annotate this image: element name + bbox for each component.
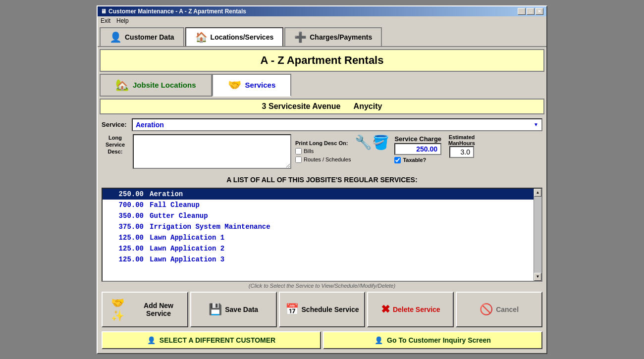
tab-row: 👤 Customer Data 🏠 Locations/Services ➕ C… xyxy=(98,25,546,47)
customer-inquiry-icon: 👤 xyxy=(375,336,383,344)
select-customer-icon: 👤 xyxy=(147,336,156,344)
taxable-row: Taxable? xyxy=(394,157,441,163)
customer-inquiry-button[interactable]: 👤 Go To Customer Inquiry Screen xyxy=(323,331,542,349)
services-list[interactable]: 250.00 Aeration 700.00 Fall Cleanup 350.… xyxy=(102,188,542,282)
address-city: Anycity xyxy=(354,102,382,110)
jobsite-icon: 🏡 xyxy=(115,79,129,92)
address-bar: 3 Servicesite Avenue Anycity xyxy=(100,99,544,114)
address-street: 3 Servicesite Avenue xyxy=(262,102,341,110)
tools-icon: 🔧🪣 xyxy=(355,134,389,151)
add-new-service-button[interactable]: 🤝✨ Add New Service xyxy=(102,292,188,327)
list-item[interactable]: 125.00 Lawn Application 1 xyxy=(103,232,541,243)
menu-help[interactable]: Help xyxy=(116,17,129,24)
save-icon: 💾 xyxy=(209,303,222,316)
customer-inquiry-label: Go To Customer Inquiry Screen xyxy=(387,336,491,344)
add-new-service-label: Add New Service xyxy=(133,302,184,317)
tab-customer-data[interactable]: 👤 Customer Data xyxy=(100,27,184,46)
locations-services-icon: 🏠 xyxy=(195,31,208,43)
charge-group: 🔧🪣 Service Charge 250.00 Taxable? Estima… xyxy=(355,134,475,169)
bills-label: Bills xyxy=(304,148,314,154)
services-list-header: A LIST OF ALL OF THIS JOBSITE'S REGULAR … xyxy=(102,173,542,187)
charge-details: Service Charge 250.00 Taxable? xyxy=(394,134,441,163)
routes-label: Routes / Schedules xyxy=(304,156,351,162)
customer-data-icon: 👤 xyxy=(109,31,122,43)
delete-service-label: Delete Service xyxy=(393,306,440,313)
window-icon: 🖥 xyxy=(101,8,107,15)
tab-locations-services[interactable]: 🏠 Locations/Services xyxy=(185,27,284,46)
list-item[interactable]: 250.00 Aeration xyxy=(103,189,541,200)
sub-tab-jobsite-locations[interactable]: 🏡 Jobsite Locations xyxy=(100,74,212,97)
routes-checkbox[interactable] xyxy=(295,156,302,163)
charges-payments-icon: ➕ xyxy=(294,31,307,43)
scroll-track xyxy=(534,197,541,273)
service-row: Service: Aeration ▼ xyxy=(100,118,544,131)
desc-label-line1: Long xyxy=(108,135,122,141)
list-item[interactable]: 350.00 Gutter Cleanup xyxy=(103,210,541,221)
service-dropdown[interactable]: Aeration ▼ xyxy=(132,118,542,131)
add-service-icon: 🤝✨ xyxy=(106,297,130,322)
delete-icon: ✖ xyxy=(381,303,390,316)
cancel-button[interactable]: 🚫 Cancel xyxy=(456,292,542,327)
list-scrollbar[interactable]: ▲ ▼ xyxy=(534,189,541,281)
delete-service-button[interactable]: ✖ Delete Service xyxy=(367,292,454,327)
save-data-button[interactable]: 💾 Save Data xyxy=(190,292,277,327)
bottom-bar: 👤 SELECT A DIFFERENT CUSTOMER 👤 Go To Cu… xyxy=(100,329,544,351)
desc-label-line2: Service xyxy=(106,142,125,148)
scroll-down-button[interactable]: ▼ xyxy=(534,273,541,281)
charge-label-row: Service Charge xyxy=(394,134,441,143)
tab-customer-data-label: Customer Data xyxy=(125,33,174,41)
tab-locations-services-label: Locations/Services xyxy=(211,33,274,41)
sub-tab-services-label: Services xyxy=(245,81,276,89)
company-name: A - Z Apartment Rentals xyxy=(261,54,384,66)
taxable-label: Taxable? xyxy=(403,157,426,163)
services-icon: 🤝 xyxy=(228,79,241,92)
print-section: Print Long Desc On: Bills Routes / Sched… xyxy=(295,134,351,169)
main-window: 🖥 Customer Maintenance - A - Z Apartment… xyxy=(97,5,547,354)
schedule-service-button[interactable]: 📅 Schedule Service xyxy=(279,292,366,327)
cancel-icon: 🚫 xyxy=(480,303,493,316)
manhours-section: Estimated ManHours 3.0 xyxy=(448,134,475,158)
close-button[interactable]: ✕ xyxy=(536,8,543,15)
title-bar-left: 🖥 Customer Maintenance - A - Z Apartment… xyxy=(101,8,246,15)
bills-checkbox[interactable] xyxy=(295,148,302,154)
scroll-up-button[interactable]: ▲ xyxy=(534,189,541,197)
tab-charges-payments[interactable]: ➕ Charges/Payments xyxy=(284,27,382,46)
manhours-value[interactable]: 3.0 xyxy=(449,146,474,158)
taxable-checkbox[interactable] xyxy=(394,157,401,163)
select-customer-label: SELECT A DIFFERENT CUSTOMER xyxy=(160,336,275,344)
desc-section: Long Service Desc: Print Long Desc On: B… xyxy=(100,134,544,169)
content-area: A - Z Apartment Rentals 🏡 Jobsite Locati… xyxy=(98,47,546,353)
minimize-button[interactable]: _ xyxy=(518,8,526,15)
list-item[interactable]: 375.00 Irrigation System Maintenance xyxy=(103,221,541,232)
schedule-service-label: Schedule Service xyxy=(302,306,359,313)
service-current-value: Aeration xyxy=(136,121,164,129)
tab-charges-payments-label: Charges/Payments xyxy=(310,33,372,41)
title-bar: 🖥 Customer Maintenance - A - Z Apartment… xyxy=(98,6,546,16)
select-customer-button[interactable]: 👤 SELECT A DIFFERENT CUSTOMER xyxy=(102,331,321,349)
maximize-button[interactable]: □ xyxy=(527,8,535,15)
bills-checkbox-row: Bills xyxy=(295,148,351,154)
menu-exit[interactable]: Exit xyxy=(101,17,110,24)
desc-label: Long Service Desc: xyxy=(102,134,129,169)
sub-tab-services[interactable]: 🤝 Services xyxy=(212,74,292,97)
print-long-desc-label: Print Long Desc On: xyxy=(295,140,351,146)
service-label: Service: xyxy=(102,121,129,128)
manhours-label-line2: ManHours xyxy=(448,140,475,146)
hint-text: (Click to Select the Service to View/Sch… xyxy=(100,282,544,290)
service-charge-value[interactable]: 250.00 xyxy=(394,143,441,155)
list-item[interactable]: 125.00 Lawn Application 3 xyxy=(103,254,541,265)
title-bar-buttons: _ □ ✕ xyxy=(518,8,543,15)
dropdown-arrow-icon: ▼ xyxy=(534,122,538,127)
action-button-row: 🤝✨ Add New Service 💾 Save Data 📅 Schedul… xyxy=(100,290,544,329)
long-desc-textarea[interactable] xyxy=(133,134,291,169)
window-title: Customer Maintenance - A - Z Apartment R… xyxy=(108,8,246,15)
save-data-label: Save Data xyxy=(225,306,258,313)
service-charge-label: Service Charge xyxy=(394,135,441,143)
sub-tab-jobsite-label: Jobsite Locations xyxy=(133,81,196,89)
list-item[interactable]: 125.00 Lawn Application 2 xyxy=(103,243,541,254)
schedule-icon: 📅 xyxy=(285,303,299,316)
list-item[interactable]: 700.00 Fall Cleanup xyxy=(103,200,541,210)
menu-bar: Exit Help xyxy=(98,16,546,25)
company-banner: A - Z Apartment Rentals xyxy=(100,49,544,72)
cancel-label: Cancel xyxy=(496,306,519,313)
